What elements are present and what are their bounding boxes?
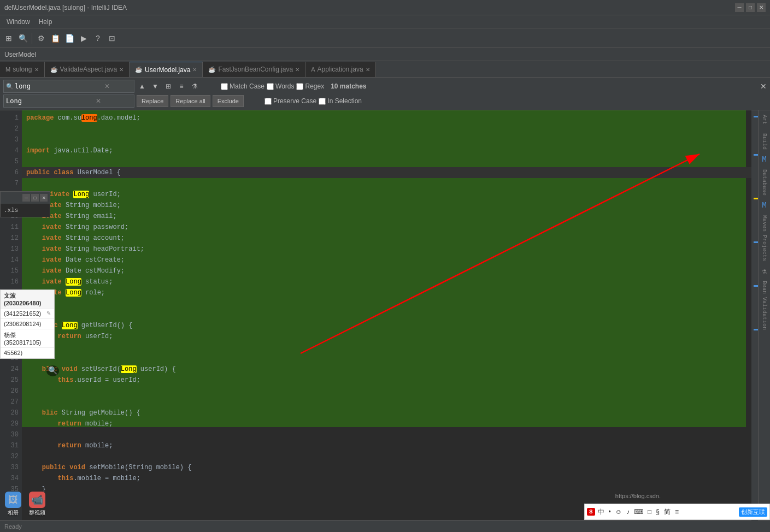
sogou-item-menu[interactable]: ≡	[673, 508, 680, 516]
code-editor[interactable]: package com.sulong.dao.model; import jav…	[22, 110, 758, 532]
toolbar-btn-3[interactable]: ⚙	[34, 32, 48, 45]
right-panel-maven[interactable]: Maven Projects	[759, 211, 769, 265]
replace-input[interactable]	[6, 97, 93, 105]
line-num-33: 33	[0, 462, 22, 473]
tab-close-fastjson[interactable]: ✕	[295, 67, 299, 73]
exclude-button[interactable]: Exclude	[213, 95, 244, 107]
mini-close[interactable]: ✕	[40, 194, 48, 202]
replace-row: ✕ Replace Replace all Exclude Preserve C…	[3, 94, 767, 108]
in-selection-checkbox[interactable]	[319, 98, 326, 105]
tab-close-usermodel[interactable]: ✕	[192, 67, 197, 73]
menu-help[interactable]: Help	[34, 17, 57, 27]
right-panel-icon-3[interactable]: ⚗	[759, 265, 770, 276]
find-all-btn[interactable]: ⊞	[163, 81, 174, 92]
find-next-btn[interactable]: ▼	[150, 81, 161, 92]
clear-replace-btn[interactable]: ✕	[95, 97, 102, 105]
toolbar-btn-1[interactable]: ⊞	[2, 32, 15, 45]
chat-popup-title: 文波(2030206480)	[1, 290, 54, 309]
mini-minimize[interactable]: ─	[22, 194, 30, 202]
sogou-item-special[interactable]: §	[654, 508, 661, 516]
chat-popup-item-3[interactable]: 45562)	[1, 348, 54, 358]
line-num-12: 12	[0, 233, 22, 244]
taskbar-icon-video[interactable]: 📹 群视频	[26, 490, 48, 518]
menu-window[interactable]: Window	[2, 17, 34, 27]
replace-button[interactable]: Replace	[137, 95, 168, 107]
toolbar-btn-7[interactable]: ?	[91, 32, 104, 45]
find-input[interactable]	[15, 82, 102, 90]
code-line-30	[22, 429, 758, 440]
tab-label-usermodel: UserModel.java	[145, 66, 190, 74]
video-icon: 📹	[29, 492, 45, 508]
tab-validateaspect[interactable]: ☕ ValidateAspect.java ✕	[45, 62, 130, 77]
mini-window-controls: ─ □ ✕	[22, 194, 48, 202]
tab-label-sulong: sulong	[13, 66, 32, 73]
match-case-checkbox[interactable]	[221, 83, 228, 90]
code-line-19	[22, 309, 758, 320]
mini-window-content: .xls	[1, 204, 50, 217]
regex-checkbox-label[interactable]: Regex	[296, 82, 324, 90]
tab-label-validate: ValidateAspect.java	[60, 66, 117, 73]
tab-application[interactable]: A Application.java ✕	[305, 62, 375, 77]
chat-item-edit-0[interactable]: ✎	[46, 310, 51, 316]
taskbar-icon-photos[interactable]: 🖼 相册	[2, 490, 24, 518]
find-prev-btn[interactable]: ▲	[137, 81, 148, 92]
right-panel-icon-1[interactable]: M	[759, 154, 770, 165]
right-panel-icon-2[interactable]: M	[759, 200, 770, 211]
right-panel-database[interactable]: Database	[759, 165, 769, 200]
regex-checkbox[interactable]	[296, 83, 303, 90]
toolbar-btn-6[interactable]: ▶	[77, 32, 90, 45]
preserve-case-checkbox-label[interactable]: Preserve Case	[264, 97, 316, 105]
find-icon: 🔍	[6, 83, 14, 90]
toolbar-btn-2[interactable]: 🔍	[16, 32, 30, 45]
tab-close-validate[interactable]: ✕	[119, 67, 124, 73]
words-checkbox[interactable]	[267, 83, 274, 90]
tab-usermodel[interactable]: ☕ UserModel.java ✕	[130, 62, 203, 77]
sogou-item-face[interactable]: ☺	[614, 508, 624, 516]
scroll-mark-3	[754, 198, 758, 199]
sogou-bar: S 中 • ☺ ♪ ⌨ □ § 简 ≡ 创新互联	[584, 504, 770, 520]
in-selection-checkbox-label[interactable]: In Selection	[319, 97, 362, 105]
tab-close-application[interactable]: ✕	[366, 67, 370, 73]
line-num-32: 32	[0, 451, 22, 462]
close-search-btn[interactable]: ✕	[760, 82, 767, 91]
tab-icon-application: A	[311, 66, 315, 73]
search-icon-small[interactable]: 🔍	[46, 366, 59, 375]
toolbar-btn-5[interactable]: 📄	[63, 32, 76, 45]
sogou-item-zh[interactable]: 中	[596, 507, 606, 517]
tab-close-sulong[interactable]: ✕	[34, 67, 39, 73]
sogou-item-music[interactable]: ♪	[625, 508, 631, 516]
toolbar-btn-4[interactable]: 📋	[49, 32, 62, 45]
right-panel-art[interactable]: Art	[759, 110, 769, 129]
sogou-item-box[interactable]: □	[646, 508, 653, 516]
minimize-button[interactable]: ─	[735, 3, 744, 12]
tab-sulong[interactable]: M sulong ✕	[0, 62, 45, 77]
line-num-15: 15	[0, 265, 22, 276]
find-filter-btn[interactable]: ⚗	[189, 81, 200, 92]
preserve-case-label: Preserve Case	[273, 97, 316, 105]
find-options-btn[interactable]: ≡	[176, 81, 187, 92]
mini-restore[interactable]: □	[31, 194, 39, 202]
scroll-mark-2	[754, 154, 758, 156]
match-case-checkbox-label[interactable]: Match Case	[221, 82, 264, 90]
sogou-item-kb[interactable]: ⌨	[632, 508, 645, 516]
line-num-6: 6	[0, 167, 22, 178]
csdn-watermark: https://blog.csdn.	[615, 493, 661, 499]
code-line-28: blic String getMobile() {	[22, 407, 758, 418]
chat-popup-item-0[interactable]: (3412521652) ✎	[1, 309, 54, 319]
close-button[interactable]: ✕	[757, 3, 766, 12]
clear-find-btn[interactable]: ✕	[103, 82, 111, 90]
right-panel-build[interactable]: Build	[759, 129, 769, 154]
line-num-14: 14	[0, 255, 22, 265]
window-controls: ─ □ ✕	[735, 3, 766, 12]
chat-popup-item-2[interactable]: 杨傑(3520817105)	[1, 329, 54, 348]
chat-popup-item-1[interactable]: (2306208124)	[1, 319, 54, 329]
preserve-case-checkbox[interactable]	[264, 98, 272, 105]
replace-all-button[interactable]: Replace all	[171, 95, 210, 107]
tab-fastjson[interactable]: ☕ FastJsonBeanConfig.java ✕	[203, 62, 305, 77]
toolbar-btn-8[interactable]: ⊡	[105, 32, 119, 45]
maximize-button[interactable]: □	[746, 3, 755, 12]
words-checkbox-label[interactable]: Words	[267, 82, 294, 90]
mini-window-title-bar: ─ □ ✕	[1, 192, 50, 204]
sogou-item-simple[interactable]: 简	[662, 507, 672, 517]
right-panel-bean[interactable]: Bean Validation	[759, 276, 769, 334]
